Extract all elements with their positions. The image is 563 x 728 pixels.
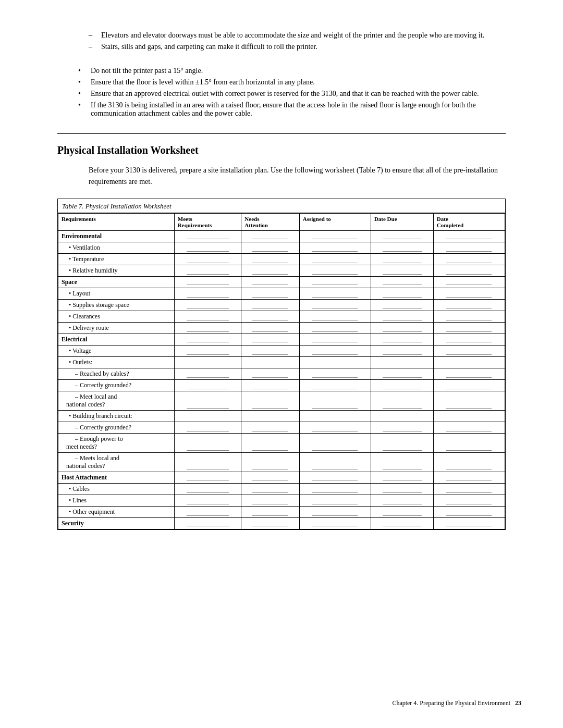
row-humidity: • Relative humidity (58, 265, 505, 276)
row-correctly-grounded-1: – Correctly grounded? (58, 379, 505, 391)
item-enough-power: – Enough power to meet needs? (58, 433, 175, 452)
row-enough-power: – Enough power to meet needs? (58, 433, 505, 452)
category-space: Space (58, 276, 175, 288)
table-caption: Table 7. Physical Installation Worksheet (58, 199, 505, 213)
item-other-equipment: • Other equipment (58, 506, 175, 517)
row-meet-local-national: – Meet local and national codes? (58, 391, 505, 410)
dash-icon-2: – (89, 43, 98, 51)
row-voltage: • Voltage (58, 345, 505, 356)
row-clearances: • Clearances (58, 311, 505, 322)
page-number: 23 (515, 699, 521, 707)
row-supplies-storage: • Supplies storage space (58, 299, 505, 311)
item-lines: • Lines (58, 495, 175, 506)
item-meets-local-national: – Meets local and national codes? (58, 452, 175, 472)
header-duedate: Date Due (371, 213, 433, 230)
row-electrical-header: Electrical (58, 334, 505, 345)
bullet-item-1: • Do not tilt the printer past a 15° ang… (57, 67, 506, 75)
dash-text-1: Elevators and elevator doorways must be … (101, 31, 506, 40)
bullet-text-3: Ensure that an approved electrical outle… (91, 90, 506, 98)
item-building-branch: • Building branch circuit: (58, 410, 175, 422)
header-requirements: Requirements (58, 213, 175, 230)
bullet-text-4: If the 3130 is being installed in an are… (91, 101, 506, 118)
row-lines: • Lines (58, 495, 505, 506)
env-meets-blank (174, 230, 241, 242)
row-temperature: • Temperature (58, 253, 505, 265)
row-cables: • Cables (58, 483, 505, 495)
intro-text: Before your 3130 is delivered, prepare a… (57, 165, 506, 188)
item-meet-local-national: – Meet local and national codes? (58, 391, 175, 410)
header-assigned: Assigned to (299, 213, 371, 230)
bullet-item-3: • Ensure that an approved electrical out… (57, 90, 506, 98)
table-header-row: Requirements MeetsRequirements NeedsAtte… (58, 213, 505, 230)
item-clearances: • Clearances (58, 311, 175, 322)
row-ventilation: • Ventilation (58, 242, 505, 253)
item-correctly-grounded-1: – Correctly grounded? (58, 379, 175, 391)
env-completed-blank (433, 230, 505, 242)
item-temperature: • Temperature (58, 253, 175, 265)
item-correctly-grounded-2: – Correctly grounded? (58, 422, 175, 433)
bullet-icon-3: • (78, 90, 89, 98)
bullet-text-1: Do not tilt the printer past a 15° angle… (91, 67, 506, 75)
env-assigned-blank (299, 230, 371, 242)
row-host-attachment-header: Host Attachment (58, 472, 505, 483)
section-divider (57, 133, 506, 134)
row-outlets: • Outlets: (58, 356, 505, 368)
item-outlets: • Outlets: (58, 356, 175, 368)
dash-section: – Elevators and elevator doorways must b… (57, 31, 506, 51)
env-due-blank (371, 230, 433, 242)
category-electrical: Electrical (58, 334, 175, 345)
row-delivery-route: • Delivery route (58, 322, 505, 334)
category-host-attachment: Host Attachment (58, 472, 175, 483)
section-title: Physical Installation Worksheet (57, 144, 506, 156)
bullet-icon-2: • (78, 78, 89, 87)
row-reached-by-cables: – Reached by cables? (58, 368, 505, 379)
bullet-text-2: Ensure that the floor is level within ±1… (91, 78, 506, 87)
row-building-branch: • Building branch circuit: (58, 410, 505, 422)
row-security-header: Security (58, 517, 505, 529)
dash-item-2: – Stairs, sills and gaps, and carpeting … (57, 43, 506, 51)
bullet-section: • Do not tilt the printer past a 15° ang… (57, 67, 506, 118)
row-layout: • Layout (58, 288, 505, 299)
row-environmental-header: Environmental (58, 230, 505, 242)
dash-item-1: – Elevators and elevator doorways must b… (57, 31, 506, 40)
footer-text: Chapter 4. Preparing the Physical Enviro… (392, 699, 510, 707)
dash-icon-1: – (89, 31, 98, 40)
content-area: – Elevators and elevator doorways must b… (57, 31, 506, 530)
row-correctly-grounded-2: – Correctly grounded? (58, 422, 505, 433)
worksheet-table: Requirements MeetsRequirements NeedsAtte… (58, 213, 505, 529)
bullet-item-2: • Ensure that the floor is level within … (57, 78, 506, 87)
footer: Chapter 4. Preparing the Physical Enviro… (392, 699, 521, 707)
header-needs: NeedsAttention (241, 213, 299, 230)
row-other-equipment: • Other equipment (58, 506, 505, 517)
env-needs-blank (241, 230, 299, 242)
row-space-header: Space (58, 276, 505, 288)
item-cables: • Cables (58, 483, 175, 495)
bullet-icon-4: • (78, 101, 89, 118)
item-layout: • Layout (58, 288, 175, 299)
dash-text-2: Stairs, sills and gaps, and carpeting ca… (101, 43, 506, 51)
item-humidity: • Relative humidity (58, 265, 175, 276)
item-supplies-storage: • Supplies storage space (58, 299, 175, 311)
row-meets-local-national: – Meets local and national codes? (58, 452, 505, 472)
header-completed: DateCompleted (433, 213, 505, 230)
category-security: Security (58, 517, 175, 529)
item-delivery-route: • Delivery route (58, 322, 175, 334)
bullet-icon-1: • (78, 67, 89, 75)
item-reached-by-cables: – Reached by cables? (58, 368, 175, 379)
item-ventilation: • Ventilation (58, 242, 175, 253)
worksheet-table-container: Table 7. Physical Installation Worksheet… (57, 199, 506, 530)
category-environmental: Environmental (58, 230, 175, 242)
bullet-item-4: • If the 3130 is being installed in an a… (57, 101, 506, 118)
header-meets: MeetsRequirements (174, 213, 241, 230)
item-voltage: • Voltage (58, 345, 175, 356)
